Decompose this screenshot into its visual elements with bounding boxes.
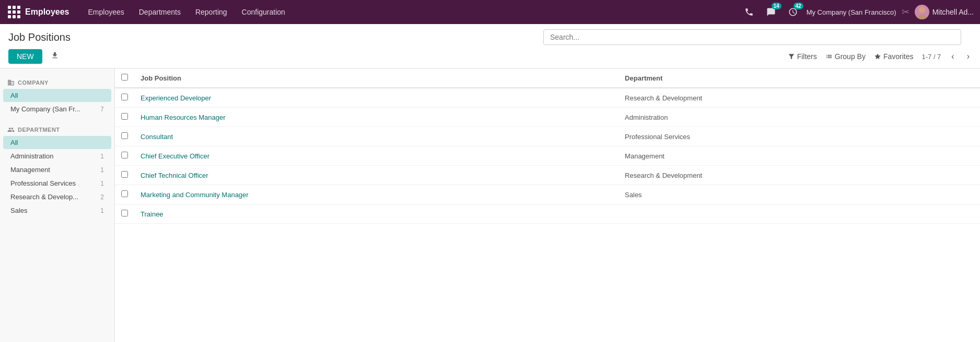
sidebar-dept-all[interactable]: All (3, 136, 111, 149)
apps-menu-button[interactable] (6, 4, 22, 20)
sidebar-item-count: 7 (100, 106, 104, 113)
department-cell: Sales (619, 185, 980, 204)
user-name: Mitchell Ad... (932, 8, 974, 16)
sidebar-item-label: Management (10, 166, 50, 174)
sidebar-item-label: Research & Develop... (10, 193, 78, 201)
table-row: Marketing and Community Manager Sales (115, 185, 980, 204)
pagination-info: 1-7 / 7 (921, 53, 941, 61)
table-row: Human Resources Manager Administration (115, 108, 980, 127)
table-row: Chief Executive Officer Management (115, 146, 980, 166)
department-cell: Administration (619, 108, 980, 127)
row-checkbox[interactable] (121, 190, 128, 197)
sidebar-item-count: 1 (100, 207, 104, 214)
job-position-cell[interactable]: Chief Executive Officer (134, 146, 619, 166)
sidebar-item-count: 2 (100, 193, 104, 201)
col-job-position: Job Position (134, 69, 619, 88)
col-department: Department (619, 69, 980, 88)
sidebar-dept-research[interactable]: Research & Develop... 2 (3, 190, 111, 203)
job-positions-table: Job Position Department Experienced Deve… (115, 69, 980, 224)
sidebar-item-label: Administration (10, 152, 53, 160)
menu-configuration[interactable]: Configuration (236, 6, 291, 18)
select-all-checkbox[interactable] (121, 74, 128, 81)
nav-separator: ✂ (902, 6, 909, 18)
svg-point-0 (919, 7, 925, 13)
select-all-header[interactable] (115, 69, 134, 88)
row-checkbox-cell[interactable] (115, 185, 134, 204)
sidebar-dept-sales[interactable]: Sales 1 (3, 204, 111, 217)
favorites-label: Favorites (883, 52, 914, 61)
sidebar: COMPANY All My Company (San Fr... 7 DEPA… (0, 69, 115, 342)
sidebar-dept-professional[interactable]: Professional Services 1 (3, 177, 111, 190)
new-button[interactable]: NEW (8, 49, 42, 64)
favorites-button[interactable]: Favorites (874, 52, 914, 61)
search-wrapper (543, 29, 961, 45)
filters-button[interactable]: Filters (788, 52, 817, 61)
pagination-prev[interactable]: ‹ (949, 51, 956, 62)
job-position-cell[interactable]: Trainee (134, 204, 619, 224)
table-container: Job Position Department Experienced Deve… (115, 69, 980, 342)
page-container: Job Positions NEW Filters Group By Favor… (0, 24, 980, 342)
activity-icon-btn[interactable]: 42 (785, 4, 801, 20)
page-title: Job Positions (8, 31, 71, 43)
toolbar: NEW Filters Group By Favorites 1-7 / 7 ‹… (0, 45, 980, 69)
department-cell (619, 204, 980, 224)
sidebar-item-count: 1 (100, 153, 104, 160)
department-cell: Professional Services (619, 127, 980, 146)
menu-reporting[interactable]: Reporting (189, 6, 234, 18)
groupby-button[interactable]: Group By (825, 52, 866, 61)
menu-departments[interactable]: Departments (133, 6, 187, 18)
table-row: Consultant Professional Services (115, 127, 980, 146)
sidebar-company-section: COMPANY (0, 75, 114, 88)
app-brand: Employees (25, 7, 69, 17)
row-checkbox[interactable] (121, 132, 128, 139)
download-button[interactable] (46, 49, 63, 64)
table-row: Experienced Developer Research & Develop… (115, 88, 980, 108)
sidebar-company-mycompany[interactable]: My Company (San Fr... 7 (3, 102, 111, 116)
job-position-cell[interactable]: Chief Technical Officer (134, 166, 619, 185)
row-checkbox[interactable] (121, 94, 128, 100)
groupby-label: Group By (835, 52, 866, 61)
job-position-cell[interactable]: Experienced Developer (134, 88, 619, 108)
toolbar-right: Filters Group By Favorites 1-7 / 7 ‹ › (788, 51, 972, 62)
row-checkbox[interactable] (121, 152, 128, 158)
job-position-cell[interactable]: Consultant (134, 127, 619, 146)
department-cell: Research & Development (619, 88, 980, 108)
sidebar-item-label: Sales (10, 207, 28, 214)
sidebar-dept-administration[interactable]: Administration 1 (3, 150, 111, 163)
sidebar-department-section: DEPARTMENT (0, 122, 114, 135)
search-input[interactable] (543, 29, 961, 45)
row-checkbox-cell[interactable] (115, 146, 134, 166)
pagination-next[interactable]: › (965, 51, 972, 62)
activity-badge: 42 (794, 3, 803, 9)
job-position-cell[interactable]: Human Resources Manager (134, 108, 619, 127)
chat-icon-btn[interactable]: 14 (763, 4, 779, 20)
sidebar-item-count: 1 (100, 180, 104, 187)
topnav: Employees Employees Departments Reportin… (0, 0, 980, 24)
sidebar-company-all[interactable]: All (3, 89, 111, 102)
sidebar-item-label: All (10, 139, 18, 146)
svg-point-1 (917, 15, 927, 19)
user-avatar (915, 5, 929, 19)
row-checkbox-cell[interactable] (115, 204, 134, 224)
filters-label: Filters (797, 52, 817, 61)
row-checkbox-cell[interactable] (115, 166, 134, 185)
main-content: COMPANY All My Company (San Fr... 7 DEPA… (0, 69, 980, 342)
row-checkbox[interactable] (121, 171, 128, 178)
menu-employees[interactable]: Employees (81, 6, 130, 18)
page-header: Job Positions (0, 24, 980, 45)
row-checkbox-cell[interactable] (115, 108, 134, 127)
sidebar-item-label: My Company (San Fr... (10, 105, 80, 113)
chat-badge: 14 (772, 3, 781, 9)
row-checkbox[interactable] (121, 113, 128, 120)
department-cell: Research & Development (619, 166, 980, 185)
job-position-cell[interactable]: Marketing and Community Manager (134, 185, 619, 204)
user-menu[interactable]: Mitchell Ad... (915, 5, 974, 19)
phone-icon-btn[interactable] (741, 4, 757, 20)
sidebar-dept-management[interactable]: Management 1 (3, 163, 111, 176)
company-selector[interactable]: My Company (San Francisco) (807, 8, 896, 16)
row-checkbox[interactable] (121, 210, 128, 216)
sidebar-item-label: All (10, 92, 18, 99)
row-checkbox-cell[interactable] (115, 88, 134, 108)
table-row: Trainee (115, 204, 980, 224)
row-checkbox-cell[interactable] (115, 127, 134, 146)
